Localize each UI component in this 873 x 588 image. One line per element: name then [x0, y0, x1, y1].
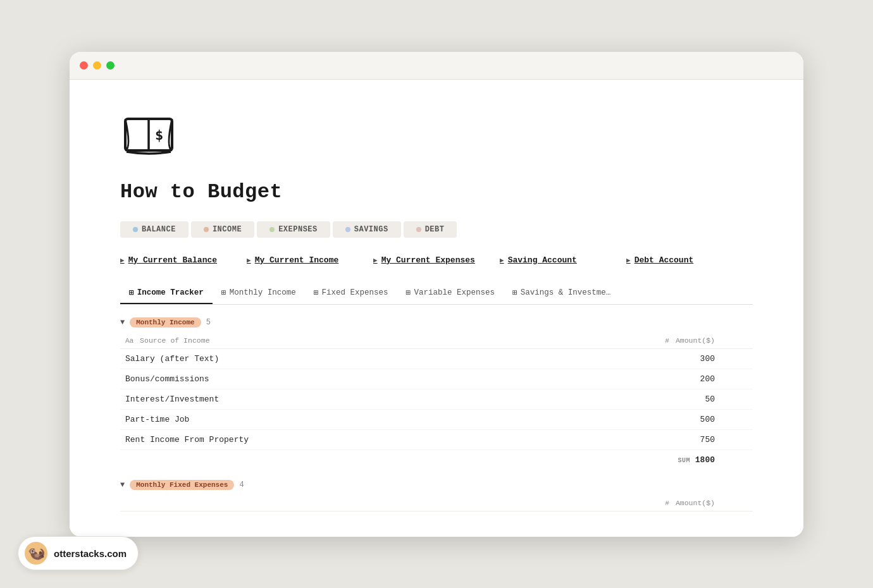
balance-link[interactable]: ▶ My Current Balance	[120, 255, 247, 265]
row3-source: Interest/Investment	[120, 389, 493, 409]
sub-links: ▶ My Current Balance ▶ My Current Income…	[120, 255, 753, 265]
balance-dot	[133, 227, 138, 232]
table-row: Part-time Job 500	[120, 409, 753, 429]
expenses-source-col-header	[120, 495, 182, 511]
nav-tabs: BALANCE INCOME EXEPNSES SAVINGS DEBT	[120, 221, 753, 238]
browser-window: $ How to Budget BALANCE INCOME EXEPNSES …	[70, 52, 803, 537]
income-link-label: My Current Income	[255, 255, 339, 265]
savings-link-label: Saving Account	[508, 255, 577, 265]
savings-arrow-icon: ▶	[500, 256, 504, 264]
nav-tab-debt-label: DEBT	[425, 225, 445, 234]
expenses-table-header-row: # Amount($)	[120, 495, 753, 511]
debt-link[interactable]: ▶ Debt Account	[626, 255, 753, 265]
tab-monthly-income[interactable]: ⊞ Monthly Income	[213, 283, 305, 304]
row5-amount: 750	[493, 429, 753, 450]
sum-value: 1800	[695, 455, 715, 465]
savings-investments-table-icon: ⊞	[512, 288, 517, 298]
page-title: How to Budget	[120, 180, 753, 204]
text-col-icon: Aa	[125, 337, 133, 345]
income-arrow-icon: ▶	[247, 256, 251, 264]
section1-header: ▼ Monthly Income 5	[120, 317, 753, 328]
nav-tab-income-label: INCOME	[213, 225, 242, 234]
watermark-avatar: 🦦	[25, 542, 47, 565]
income-link[interactable]: ▶ My Current Income	[247, 255, 373, 265]
tab-variable-expenses[interactable]: ⊞ Variable Expenses	[397, 283, 504, 304]
section2-badge: Monthly Fixed Expenses	[130, 480, 234, 490]
savings-link[interactable]: ▶ Saving Account	[500, 255, 626, 265]
fixed-expenses-table-icon: ⊞	[314, 288, 319, 298]
sum-label: SUM	[678, 457, 690, 464]
tab-variable-expenses-label: Variable Expenses	[414, 288, 495, 297]
nav-tab-balance[interactable]: BALANCE	[120, 221, 189, 238]
avatar-emoji: 🦦	[28, 545, 45, 561]
source-col-header: Aa Source of Income	[120, 333, 493, 349]
sum-row: SUM 1800	[120, 450, 753, 470]
debt-dot	[416, 227, 421, 232]
tab-income-tracker-label: Income Tracker	[137, 288, 204, 297]
table-row: Rent Income From Property 750	[120, 429, 753, 450]
section2-count: 4	[239, 481, 244, 489]
tab-fixed-expenses[interactable]: ⊞ Fixed Expenses	[305, 283, 397, 304]
debt-arrow-icon: ▶	[626, 256, 631, 264]
watermark-site: otterstacks.com	[54, 548, 127, 559]
section1-count: 5	[206, 318, 211, 327]
amount-col-header: # Amount($)	[493, 333, 753, 349]
section2-header: ▼ Monthly Fixed Expenses 4	[120, 480, 753, 490]
income-table: Aa Source of Income # Amount($) Salary (…	[120, 333, 753, 470]
monthly-income-table-icon: ⊞	[221, 288, 226, 298]
income-tracker-table-icon: ⊞	[129, 288, 134, 298]
tab-fixed-expenses-label: Fixed Expenses	[322, 288, 388, 297]
row4-source: Part-time Job	[120, 409, 493, 429]
section1-badge: Monthly Income	[130, 317, 201, 328]
expenses-link-label: My Current Expenses	[381, 255, 475, 265]
content-area: $ How to Budget BALANCE INCOME EXEPNSES …	[70, 80, 803, 537]
svg-text:$: $	[155, 127, 163, 143]
row1-source: Salary (after Text)	[120, 348, 493, 369]
monthly-income-section: ▼ Monthly Income 5 Aa Source of Income #…	[120, 317, 753, 470]
section1-collapse-icon[interactable]: ▼	[120, 318, 125, 327]
nav-tab-savings[interactable]: SAVINGS	[333, 221, 401, 238]
nav-tab-expenses[interactable]: EXEPNSES	[257, 221, 330, 238]
income-dot	[204, 227, 209, 232]
income-table-header-row: Aa Source of Income # Amount($)	[120, 333, 753, 349]
close-button[interactable]	[80, 61, 88, 70]
sum-label-cell	[120, 450, 493, 470]
tab-savings-investments[interactable]: ⊞ Savings & Investme…	[504, 283, 619, 304]
expenses-table: # Amount($)	[120, 495, 753, 511]
sum-value-cell: SUM 1800	[493, 450, 753, 470]
hash-col-icon: #	[665, 337, 669, 345]
minimize-button[interactable]	[93, 61, 101, 70]
savings-dot	[345, 227, 350, 232]
expenses-link[interactable]: ▶ My Current Expenses	[373, 255, 500, 265]
maximize-button[interactable]	[106, 61, 115, 70]
nav-tab-income[interactable]: INCOME	[191, 221, 254, 238]
nav-tab-balance-label: BALANCE	[142, 225, 176, 234]
row1-amount: 300	[493, 348, 753, 369]
tab-monthly-income-label: Monthly Income	[230, 288, 296, 297]
watermark: 🦦 otterstacks.com	[18, 536, 139, 570]
nav-tab-savings-label: SAVINGS	[354, 225, 388, 234]
balance-arrow-icon: ▶	[120, 256, 125, 264]
row3-amount: 50	[493, 389, 753, 409]
amount-col-label: Amount($)	[676, 336, 715, 345]
nav-tab-debt[interactable]: DEBT	[404, 221, 457, 238]
nav-tab-expenses-label: EXEPNSES	[278, 225, 318, 234]
section2-collapse-icon[interactable]: ▼	[120, 481, 125, 489]
expenses-dot	[269, 227, 275, 232]
tab-income-tracker[interactable]: ⊞ Income Tracker	[120, 283, 213, 304]
source-col-label: Source of Income	[140, 336, 209, 345]
row4-amount: 500	[493, 409, 753, 429]
row5-source: Rent Income From Property	[120, 429, 493, 450]
expenses-amount-label: Amount($)	[676, 499, 715, 507]
app-icon: $	[120, 105, 177, 162]
table-row: Salary (after Text) 300	[120, 348, 753, 369]
table-row: Bonus/commissions 200	[120, 369, 753, 389]
row2-source: Bonus/commissions	[120, 369, 493, 389]
expenses-hash-icon: #	[665, 499, 669, 507]
balance-link-label: My Current Balance	[128, 255, 217, 265]
tab-savings-investments-label: Savings & Investme…	[521, 288, 611, 297]
debt-link-label: Debt Account	[635, 255, 694, 265]
table-tabs: ⊞ Income Tracker ⊞ Monthly Income ⊞ Fixe…	[120, 283, 753, 305]
monthly-fixed-expenses-section: ▼ Monthly Fixed Expenses 4 # Amount($)	[120, 480, 753, 511]
title-bar	[70, 52, 803, 80]
